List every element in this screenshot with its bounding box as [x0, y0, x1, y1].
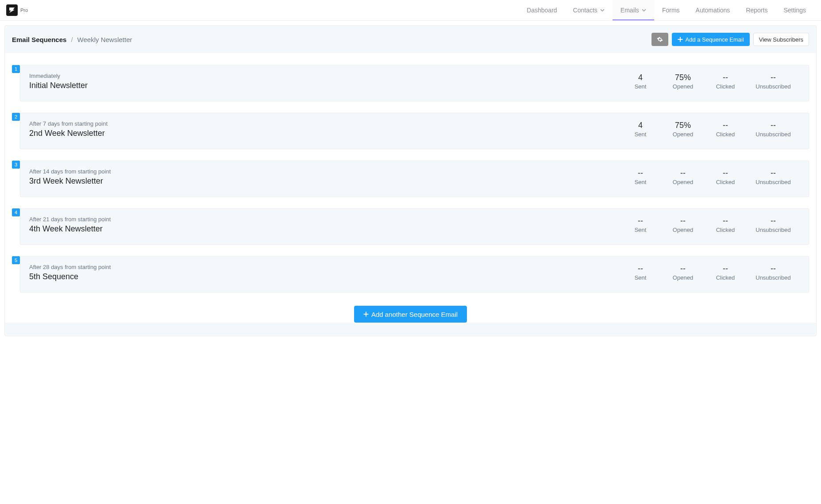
brand[interactable]: Pro [6, 0, 28, 20]
sequence-panel: Email Sequences / Weekly Newsletter Add … [4, 25, 817, 336]
stat-clicked-label: Clicked [704, 274, 747, 281]
sequence-timing: Immediately [29, 73, 619, 79]
chevron-down-icon [642, 8, 646, 12]
sequence-index-badge: 2 [12, 113, 20, 121]
stat-unsub-value: -- [747, 264, 800, 273]
sequence-index-badge: 1 [12, 65, 20, 73]
breadcrumb-sep: / [71, 36, 73, 43]
stat-sent-value: 4 [619, 73, 662, 82]
panel-actions: Add a Sequence Email View Subscribers [651, 33, 809, 46]
nav-label: Emails [621, 7, 639, 14]
stat-clicked-value: -- [704, 216, 747, 226]
stat-opened-label: Opened [662, 179, 704, 185]
stat-sent-value: -- [619, 216, 662, 226]
nav-label: Automations [696, 7, 730, 14]
sequence-item: 1 Immediately Initial Newsletter 4Sent 7… [12, 65, 809, 101]
stat-unsub-label: Unsubscribed [747, 227, 800, 233]
breadcrumb-root[interactable]: Email Sequences [12, 36, 66, 43]
stat-unsub-value: -- [747, 73, 800, 82]
breadcrumb-leaf: Weekly Newsletter [77, 36, 132, 43]
sequence-timing: After 7 days from starting point [29, 120, 619, 127]
stat-sent-label: Sent [619, 227, 662, 233]
stat-opened-value: -- [662, 216, 704, 226]
sequence-card[interactable]: After 7 days from starting point 2nd Wee… [20, 113, 809, 149]
stat-opened-value: 75% [662, 73, 704, 82]
sequence-timing: After 28 days from starting point [29, 264, 619, 270]
stat-unsub-value: -- [747, 169, 800, 178]
sequence-card[interactable]: After 28 days from starting point 5th Se… [20, 256, 809, 292]
sequence-card[interactable]: After 14 days from starting point 3rd We… [20, 161, 809, 197]
stat-sent-label: Sent [619, 83, 662, 90]
stat-unsub-value: -- [747, 216, 800, 226]
sequence-index-badge: 4 [12, 208, 20, 216]
button-label: Add a Sequence Email [686, 36, 744, 43]
nav-label: Contacts [573, 7, 597, 14]
sequence-card[interactable]: Immediately Initial Newsletter 4Sent 75%… [20, 65, 809, 101]
chevron-down-icon [600, 8, 605, 12]
stat-clicked-value: -- [704, 73, 747, 82]
nav-emails[interactable]: Emails [613, 0, 654, 20]
sequence-timing: After 21 days from starting point [29, 216, 619, 223]
plus-icon [363, 312, 369, 317]
page: Email Sequences / Weekly Newsletter Add … [0, 21, 821, 504]
main-nav: Dashboard Contacts Emails Forms Automati… [519, 0, 814, 20]
brand-logo-icon [6, 4, 18, 16]
panel-header: Email Sequences / Weekly Newsletter Add … [5, 26, 816, 53]
stat-clicked-value: -- [704, 121, 747, 130]
stat-clicked-value: -- [704, 264, 747, 273]
button-label: View Subscribers [759, 36, 803, 43]
sequence-timing: After 14 days from starting point [29, 168, 619, 175]
stat-clicked-value: -- [704, 169, 747, 178]
add-row: Add another Sequence Email [12, 306, 809, 323]
stat-sent-label: Sent [619, 131, 662, 138]
topbar: Pro Dashboard Contacts Emails Forms Auto… [0, 0, 821, 21]
stat-unsub-label: Unsubscribed [747, 83, 800, 90]
sequence-title: 3rd Week Newsletter [29, 177, 619, 186]
stat-clicked-label: Clicked [704, 131, 747, 138]
nav-settings[interactable]: Settings [775, 0, 814, 20]
stat-opened-label: Opened [662, 274, 704, 281]
sequence-settings-button[interactable] [651, 33, 668, 46]
sequence-stats: --Sent --Opened --Clicked --Unsubscribed [619, 216, 800, 233]
nav-dashboard[interactable]: Dashboard [519, 0, 565, 20]
stat-clicked-label: Clicked [704, 83, 747, 90]
nav-reports[interactable]: Reports [738, 0, 775, 20]
stat-sent-value: -- [619, 169, 662, 178]
view-subscribers-button[interactable]: View Subscribers [753, 33, 809, 46]
sequence-stats: 4Sent 75%Opened --Clicked --Unsubscribed [619, 73, 800, 90]
sequence-title: Initial Newsletter [29, 81, 619, 90]
plus-icon [678, 37, 683, 42]
button-label: Add another Sequence Email [371, 311, 458, 318]
stat-opened-label: Opened [662, 83, 704, 90]
sequence-item: 2 After 7 days from starting point 2nd W… [12, 113, 809, 149]
nav-contacts[interactable]: Contacts [565, 0, 613, 20]
stat-opened-value: -- [662, 169, 704, 178]
nav-label: Forms [662, 7, 680, 14]
breadcrumb: Email Sequences / Weekly Newsletter [12, 36, 132, 43]
stat-unsub-label: Unsubscribed [747, 179, 800, 185]
stat-unsub-label: Unsubscribed [747, 274, 800, 281]
stat-unsub-label: Unsubscribed [747, 131, 800, 138]
stat-clicked-label: Clicked [704, 227, 747, 233]
sequence-item: 4 After 21 days from starting point 4th … [12, 208, 809, 245]
add-another-sequence-button[interactable]: Add another Sequence Email [354, 306, 467, 323]
stat-clicked-label: Clicked [704, 179, 747, 185]
sequence-title: 5th Sequence [29, 272, 619, 281]
brand-tag: Pro [20, 8, 28, 13]
add-sequence-email-button[interactable]: Add a Sequence Email [672, 33, 750, 46]
nav-automations[interactable]: Automations [688, 0, 738, 20]
stat-opened-label: Opened [662, 131, 704, 138]
stat-unsub-value: -- [747, 121, 800, 130]
sequence-list: 1 Immediately Initial Newsletter 4Sent 7… [5, 53, 816, 323]
sequence-stats: 4Sent 75%Opened --Clicked --Unsubscribed [619, 121, 800, 138]
sequence-stats: --Sent --Opened --Clicked --Unsubscribed [619, 264, 800, 281]
stat-opened-value: 75% [662, 121, 704, 130]
nav-forms[interactable]: Forms [654, 0, 688, 20]
sequence-stats: --Sent --Opened --Clicked --Unsubscribed [619, 169, 800, 185]
stat-sent-label: Sent [619, 274, 662, 281]
sequence-title: 2nd Week Newsletter [29, 129, 619, 138]
stat-opened-label: Opened [662, 227, 704, 233]
sequence-index-badge: 3 [12, 161, 20, 169]
stat-sent-label: Sent [619, 179, 662, 185]
sequence-card[interactable]: After 21 days from starting point 4th We… [20, 208, 809, 245]
